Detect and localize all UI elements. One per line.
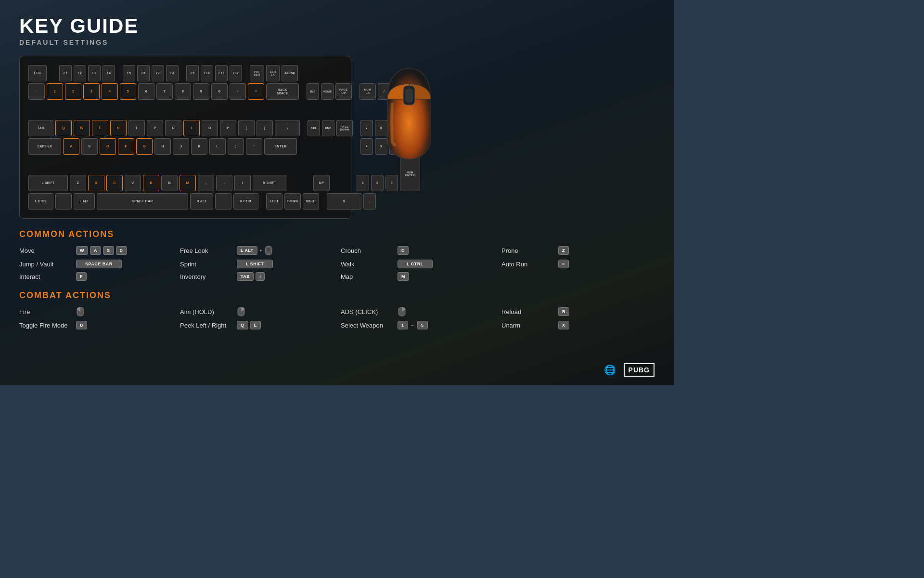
key-lbracket[interactable]: [ <box>238 120 255 136</box>
key-pagedown[interactable]: PAGEDOWN <box>336 120 353 136</box>
key-7[interactable]: 7 <box>156 83 173 100</box>
key-y[interactable]: Y <box>147 120 163 136</box>
key-f6[interactable]: F6 <box>137 65 150 81</box>
key-f11[interactable]: F11 <box>215 65 228 81</box>
key-minus[interactable]: - <box>230 83 246 100</box>
key-r[interactable]: R <box>110 120 127 136</box>
key-f4[interactable]: F4 <box>103 65 115 81</box>
key-rwin[interactable] <box>215 193 231 210</box>
key-end[interactable]: END <box>322 120 334 136</box>
key-comma[interactable]: , <box>198 175 214 191</box>
key-del[interactable]: DEL <box>308 120 320 136</box>
key-semicolon[interactable]: ; <box>228 138 244 155</box>
key-9[interactable]: 9 <box>193 83 209 100</box>
key-numdot[interactable]: . <box>363 193 376 210</box>
key-scrlk[interactable]: SCRLK <box>266 65 280 81</box>
key-down[interactable]: DOWN <box>284 193 301 210</box>
key-u[interactable]: U <box>165 120 181 136</box>
key-rbracket[interactable]: ] <box>257 120 273 136</box>
key-up[interactable]: UP <box>313 175 330 191</box>
key-b[interactable]: B <box>143 175 159 191</box>
key-num0[interactable]: 0 <box>327 193 361 210</box>
key-t[interactable]: T <box>128 120 145 136</box>
key-num1[interactable]: 1 <box>357 175 369 191</box>
key-quote[interactable]: ' <box>246 138 262 155</box>
key-badge-f: F <box>76 272 87 281</box>
key-f[interactable]: F <box>118 138 134 155</box>
key-3[interactable]: 3 <box>83 83 100 100</box>
key-8[interactable]: 8 <box>175 83 191 100</box>
key-enter[interactable]: ENTER <box>264 138 297 155</box>
key-f3[interactable]: F3 <box>88 65 101 81</box>
key-equals[interactable]: = <box>248 83 264 100</box>
key-home[interactable]: HOME <box>321 83 334 100</box>
key-badge-q: Q <box>237 321 248 329</box>
action-move-keys: W A S D <box>76 246 127 255</box>
key-right[interactable]: RIGHT <box>303 193 319 210</box>
key-f7[interactable]: F7 <box>152 65 164 81</box>
key-w[interactable]: W <box>74 120 90 136</box>
key-lctrl[interactable]: L CTRL <box>28 193 53 210</box>
key-a[interactable]: A <box>63 138 79 155</box>
key-s[interactable]: S <box>81 138 98 155</box>
key-rshift[interactable]: R SHIFT <box>253 175 286 191</box>
key-l[interactable]: L <box>209 138 226 155</box>
key-f8[interactable]: F8 <box>166 65 179 81</box>
key-f9[interactable]: F9 <box>186 65 199 81</box>
key-h[interactable]: H <box>154 138 171 155</box>
key-ralt[interactable]: R ALT <box>190 193 213 210</box>
key-num2[interactable]: 2 <box>371 175 384 191</box>
tilde-sign: ~ <box>411 322 415 329</box>
key-f1[interactable]: F1 <box>59 65 72 81</box>
key-backspace[interactable]: BACKSPACE <box>266 83 299 100</box>
key-f12[interactable]: F12 <box>230 65 242 81</box>
key-spacebar[interactable]: SPACE BAR <box>97 193 188 210</box>
key-q[interactable]: Q <box>55 120 72 136</box>
kb-row-qwerty: TAB Q W E R T Y U I O P [ ] \ DEL END PA… <box>28 102 342 136</box>
key-4[interactable]: 4 <box>102 83 118 100</box>
key-f5[interactable]: F5 <box>123 65 135 81</box>
key-z[interactable]: Z <box>70 175 86 191</box>
key-6[interactable]: 6 <box>138 83 154 100</box>
key-backslash[interactable]: \ <box>275 120 300 136</box>
key-backtick[interactable]: ` <box>28 83 45 100</box>
action-freelook-keys: L ALT + <box>237 245 273 256</box>
key-ins[interactable]: INS <box>307 83 319 100</box>
action-freelook: Free Look L ALT + <box>180 245 333 256</box>
key-j[interactable]: J <box>173 138 189 155</box>
key-pageup[interactable]: PAGEUP <box>335 83 352 100</box>
key-capslk[interactable]: CAPS LK <box>28 138 61 155</box>
key-v[interactable]: V <box>125 175 141 191</box>
key-rctrl[interactable]: R CTRL <box>233 193 258 210</box>
key-2[interactable]: 2 <box>65 83 81 100</box>
key-d[interactable]: D <box>100 138 116 155</box>
key-left[interactable]: LEFT <box>266 193 282 210</box>
key-num3[interactable]: 3 <box>385 175 398 191</box>
key-1[interactable]: 1 <box>47 83 63 100</box>
action-autorun-label: Auto Run <box>501 261 554 268</box>
key-5[interactable]: 5 <box>120 83 136 100</box>
key-e[interactable]: E <box>92 120 108 136</box>
key-k[interactable]: K <box>191 138 207 155</box>
key-g[interactable]: G <box>136 138 153 155</box>
key-c[interactable]: C <box>106 175 123 191</box>
key-n[interactable]: N <box>161 175 178 191</box>
key-o[interactable]: O <box>202 120 218 136</box>
key-i[interactable]: I <box>183 120 200 136</box>
key-prtscr[interactable]: PRTSCR <box>250 65 264 81</box>
key-x[interactable]: X <box>88 175 104 191</box>
key-esc[interactable]: ESC <box>28 65 47 81</box>
key-period[interactable]: . <box>216 175 232 191</box>
key-p[interactable]: P <box>220 120 236 136</box>
key-pause[interactable]: PAUSE <box>282 65 298 81</box>
key-f10[interactable]: F10 <box>201 65 213 81</box>
key-m[interactable]: M <box>180 175 196 191</box>
key-slash[interactable]: / <box>234 175 251 191</box>
key-0[interactable]: 0 <box>211 83 228 100</box>
key-f2[interactable]: F2 <box>74 65 86 81</box>
key-lalt[interactable]: L ALT <box>74 193 95 210</box>
key-lwin[interactable] <box>55 193 72 210</box>
action-move: Move W A S D <box>19 245 172 256</box>
key-lshift[interactable]: L SHIFT <box>28 175 68 191</box>
key-tab[interactable]: TAB <box>28 120 53 136</box>
